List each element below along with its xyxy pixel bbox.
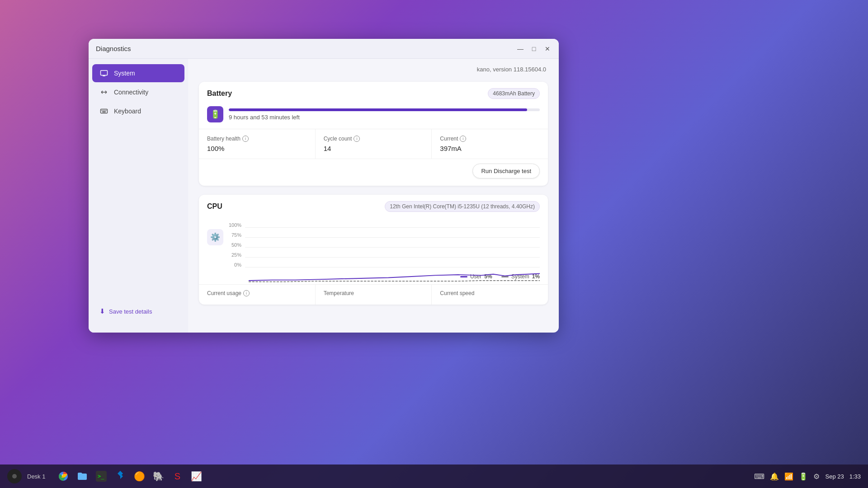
current-cell: Current i 397mA bbox=[432, 129, 548, 159]
sidebar-keyboard-label: Keyboard bbox=[114, 108, 141, 115]
settings-icon[interactable]: ⚙ bbox=[813, 472, 820, 481]
battery-stats-row: Battery health i 100% Cycle count i 14 bbox=[199, 129, 548, 159]
sidebar-item-keyboard[interactable]: Keyboard bbox=[92, 102, 184, 120]
sidebar: System Connectivity bbox=[89, 59, 188, 333]
cycle-count-cell: Cycle count i 14 bbox=[316, 129, 432, 159]
taskbar-left: Desk 1 >_ 🟠 🐘 S 📈 bbox=[7, 467, 205, 485]
taskbar-date: Sep 23 bbox=[825, 473, 844, 480]
save-test-details-label: Save test details bbox=[109, 308, 152, 315]
taskbar-app-files[interactable] bbox=[73, 467, 91, 485]
chart-labels: 100% 75% 50% bbox=[229, 220, 540, 270]
cpu-stats-row: Current usage i Temperature Current spee… bbox=[199, 284, 548, 305]
battery-health-label: Battery health i bbox=[207, 136, 307, 142]
taskbar-app-terminal[interactable]: >_ bbox=[92, 467, 110, 485]
diagnostics-window: Diagnostics — □ ✕ System bbox=[89, 39, 559, 333]
battery-bar-row: 🔋 9 hours and 53 minutes left bbox=[199, 103, 548, 129]
svg-rect-0 bbox=[101, 70, 108, 75]
window-controls: — □ ✕ bbox=[516, 45, 552, 53]
cpu-section: CPU 12th Gen Intel(R) Core(TM) i5-1235U … bbox=[199, 195, 548, 305]
taskbar-app-stocks[interactable]: 📈 bbox=[187, 467, 205, 485]
cycle-count-value: 14 bbox=[324, 145, 424, 152]
system-icon bbox=[99, 69, 108, 78]
battery-health-cell: Battery health i 100% bbox=[199, 129, 316, 159]
run-discharge-test-button[interactable]: Run Discharge test bbox=[472, 164, 540, 178]
keyboard-icon bbox=[99, 107, 108, 116]
notification-icon[interactable]: 🔔 bbox=[770, 472, 779, 481]
battery-tray-icon: 🔋 bbox=[799, 472, 808, 481]
taskbar-app-chrome[interactable] bbox=[54, 467, 72, 485]
battery-progress-fill bbox=[229, 108, 527, 111]
battery-bar-col: 9 hours and 53 minutes left bbox=[229, 108, 540, 121]
cpu-current-usage-cell: Current usage i bbox=[199, 285, 316, 305]
version-text: kano, version 118.15604.0 bbox=[199, 66, 548, 73]
cpu-chart-svg bbox=[249, 220, 540, 284]
svg-text:>_: >_ bbox=[98, 473, 104, 479]
taskbar-right: ⌨ 🔔 📶 🔋 ⚙ Sep 23 1:33 bbox=[754, 472, 861, 481]
main-content: kano, version 118.15604.0 Battery 4683mA… bbox=[188, 59, 559, 333]
taskbar-app-sketchup[interactable]: S bbox=[168, 467, 186, 485]
sidebar-item-connectivity[interactable]: Connectivity bbox=[92, 83, 184, 101]
discharge-btn-row: Run Discharge test bbox=[199, 159, 548, 186]
cpu-temperature-cell: Temperature bbox=[316, 285, 432, 305]
cpu-usage-info-icon[interactable]: i bbox=[243, 290, 250, 296]
connectivity-icon bbox=[99, 88, 108, 97]
close-button[interactable]: ✕ bbox=[543, 45, 552, 53]
sidebar-system-label: System bbox=[114, 70, 135, 77]
cpu-current-speed-cell: Current speed bbox=[432, 285, 548, 305]
cpu-title: CPU bbox=[207, 202, 222, 211]
taskbar: Desk 1 >_ 🟠 🐘 S 📈 bbox=[0, 465, 868, 488]
minimize-button[interactable]: — bbox=[516, 45, 524, 53]
cpu-icon: ⚙️ bbox=[210, 232, 220, 242]
battery-icon-wrap: 🔋 bbox=[207, 106, 223, 122]
cpu-chart-wrap: 100% 75% 50% bbox=[229, 220, 540, 270]
cycle-count-label: Cycle count i bbox=[324, 136, 424, 142]
taskbar-desk-label: Desk 1 bbox=[27, 473, 45, 480]
current-info-icon[interactable]: i bbox=[460, 136, 466, 142]
cpu-current-usage-label: Current usage i bbox=[207, 290, 307, 296]
cpu-current-speed-label: Current speed bbox=[440, 290, 540, 296]
battery-health-value: 100% bbox=[207, 145, 307, 152]
battery-time-left: 9 hours and 53 minutes left bbox=[229, 114, 540, 121]
window-body: System Connectivity bbox=[89, 59, 559, 333]
cpu-info-badge: 12th Gen Intel(R) Core(TM) i5-1235U (12 … bbox=[385, 201, 540, 212]
taskbar-launcher[interactable] bbox=[7, 469, 22, 483]
battery-badge: 4683mAh Battery bbox=[488, 88, 540, 99]
battery-header: Battery 4683mAh Battery bbox=[199, 82, 548, 103]
cpu-graph-area: ⚙️ 100% 75% bbox=[199, 216, 548, 272]
keyboard-layout-icon: ⌨ bbox=[754, 472, 764, 481]
battery-health-info-icon[interactable]: i bbox=[242, 136, 249, 142]
cpu-header: CPU 12th Gen Intel(R) Core(TM) i5-1235U … bbox=[199, 195, 548, 216]
taskbar-app-5[interactable]: 🟠 bbox=[130, 467, 148, 485]
window-title: Diagnostics bbox=[96, 45, 131, 52]
cycle-count-info-icon[interactable]: i bbox=[354, 136, 360, 142]
title-bar: Diagnostics — □ ✕ bbox=[89, 39, 559, 59]
taskbar-app-vscode[interactable] bbox=[111, 467, 129, 485]
cpu-temperature-label: Temperature bbox=[324, 290, 424, 296]
wifi-icon: 📶 bbox=[784, 472, 793, 481]
battery-title: Battery bbox=[207, 89, 232, 98]
maximize-button[interactable]: □ bbox=[530, 45, 538, 53]
battery-section: Battery 4683mAh Battery 🔋 9 hours and 53… bbox=[199, 82, 548, 186]
battery-progress-bar bbox=[229, 108, 540, 111]
current-value: 397mA bbox=[440, 145, 540, 152]
current-label: Current i bbox=[440, 136, 540, 142]
sidebar-connectivity-label: Connectivity bbox=[114, 89, 148, 96]
cpu-icon-wrap: ⚙️ bbox=[207, 229, 223, 245]
download-icon: ⬇ bbox=[99, 307, 105, 315]
svg-rect-3 bbox=[101, 109, 108, 113]
taskbar-apps: >_ 🟠 🐘 S 📈 bbox=[54, 467, 205, 485]
sidebar-item-system[interactable]: System bbox=[92, 64, 184, 82]
taskbar-app-mastodon[interactable]: 🐘 bbox=[149, 467, 167, 485]
taskbar-time: 1:33 bbox=[849, 473, 861, 480]
battery-icon: 🔋 bbox=[210, 109, 220, 119]
save-test-details-button[interactable]: ⬇ Save test details bbox=[94, 303, 183, 320]
